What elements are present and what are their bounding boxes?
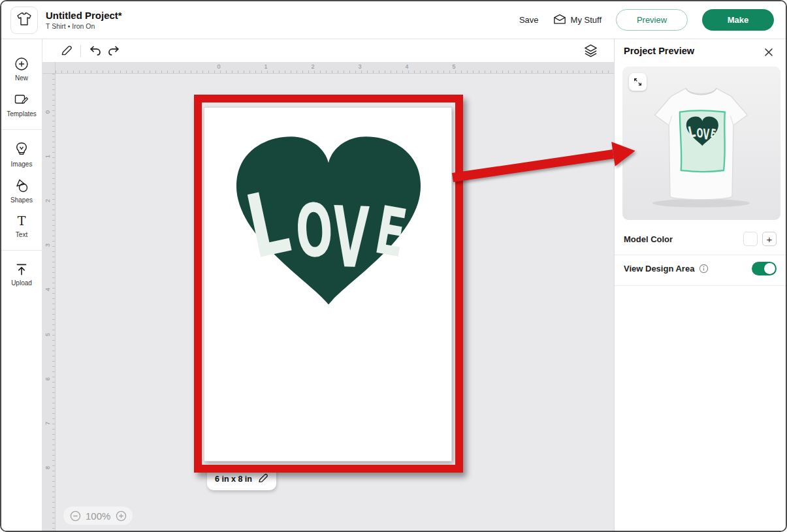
pencil-edit-icon[interactable] <box>57 42 75 60</box>
view-design-area-label: View Design Area <box>624 264 694 274</box>
sidebar-label-upload: Upload <box>11 279 32 287</box>
sidebar-divider <box>1 129 42 130</box>
undo-icon[interactable] <box>86 42 104 60</box>
ruler-number: 4 <box>405 63 408 70</box>
panel-title: Project Preview <box>624 46 694 56</box>
tshirt-mockup <box>634 72 768 215</box>
zoom-level: 100% <box>86 510 110 522</box>
sidebar-divider <box>1 250 42 251</box>
preview-button[interactable]: Preview <box>616 9 688 31</box>
templates-icon <box>14 92 29 108</box>
ruler-number: 5 <box>452 63 455 70</box>
zoom-out-icon[interactable] <box>69 510 81 522</box>
project-subtitle: T Shirt • Iron On <box>46 22 122 30</box>
images-lightbulb-icon <box>14 142 29 158</box>
model-color-row: Model Color + <box>615 227 786 251</box>
new-plus-circle-icon <box>14 56 29 72</box>
design-canvas[interactable]: 6 in x 8 in 100% <box>56 74 614 531</box>
preview-image-card <box>622 67 780 220</box>
zoom-in-icon[interactable] <box>115 510 127 522</box>
sidebar-item-text[interactable]: T Text <box>1 209 42 243</box>
ruler-ticks <box>52 74 55 531</box>
divider <box>615 285 786 286</box>
vertical-ruler: 0 1 2 3 4 5 6 7 8 <box>42 74 56 531</box>
sidebar-label-text: Text <box>16 231 27 238</box>
project-type-button[interactable] <box>10 7 38 34</box>
sidebar-label-new: New <box>15 74 28 82</box>
sidebar-item-shapes[interactable]: Shapes <box>1 173 42 209</box>
header: Untitled Project* T Shirt • Iron On Save… <box>1 1 786 39</box>
save-button[interactable]: Save <box>519 15 539 25</box>
view-design-area-toggle[interactable] <box>752 262 777 275</box>
sidebar-item-images[interactable]: Images <box>1 136 42 173</box>
sidebar: New Templates Images Shapes T Text <box>1 39 42 531</box>
ruler-number: 7 <box>44 417 51 425</box>
sidebar-label-shapes: Shapes <box>10 196 33 204</box>
ruler-number: 2 <box>44 195 51 202</box>
add-model-color-button[interactable]: + <box>762 232 777 246</box>
model-color-swatch-white[interactable] <box>743 232 758 246</box>
my-stuff-envelope-icon <box>553 14 566 27</box>
layers-icon[interactable] <box>581 42 600 60</box>
size-text: 6 in x 8 in <box>215 475 252 484</box>
toolbar-divider <box>80 45 81 57</box>
horizontal-ruler: 0 1 2 3 4 5 <box>56 62 614 74</box>
love-heart-design[interactable] <box>227 131 430 309</box>
sidebar-label-images: Images <box>11 161 33 168</box>
ruler-ticks <box>56 70 614 73</box>
tshirt-icon <box>16 12 32 29</box>
ruler-number: 1 <box>44 150 51 158</box>
canvas-toolbar <box>42 39 614 62</box>
ruler-number: 0 <box>44 106 51 114</box>
info-icon[interactable] <box>699 264 709 274</box>
close-icon[interactable] <box>762 46 775 59</box>
sidebar-label-templates: Templates <box>7 110 37 117</box>
shapes-icon <box>14 178 29 194</box>
ruler-number: 2 <box>311 63 314 70</box>
zoom-control: 100% <box>63 507 133 525</box>
text-icon: T <box>14 214 29 228</box>
ruler-number: 1 <box>264 63 267 70</box>
my-stuff-button[interactable]: My Stuff <box>553 14 602 27</box>
upload-icon <box>14 262 29 277</box>
ruler-number: 3 <box>44 239 51 247</box>
toggle-knob <box>764 263 775 274</box>
title-block: Untitled Project* T Shirt • Iron On <box>46 10 122 30</box>
ruler-number: 5 <box>44 328 51 336</box>
ruler-number: 6 <box>44 373 51 381</box>
expand-icon[interactable] <box>629 73 647 91</box>
make-button[interactable]: Make <box>702 9 774 31</box>
model-color-label: Model Color <box>624 234 673 244</box>
ruler-number: 4 <box>44 283 51 291</box>
my-stuff-label: My Stuff <box>571 15 602 25</box>
sidebar-item-new[interactable]: New <box>1 51 42 87</box>
app-window: L O V E Untitled Project* T Shirt • Iron… <box>0 0 787 532</box>
sidebar-item-upload[interactable]: Upload <box>1 257 42 292</box>
project-preview-panel: Project Preview Model Color + <box>614 39 786 531</box>
sidebar-item-templates[interactable]: Templates <box>1 87 42 123</box>
redo-icon[interactable] <box>104 42 123 60</box>
project-title: Untitled Project* <box>46 10 122 21</box>
canvas-size-label[interactable]: 6 in x 8 in <box>207 468 276 490</box>
ruler-number: 0 <box>217 63 220 70</box>
ruler-corner <box>42 62 56 74</box>
view-design-area-row: View Design Area <box>615 255 786 281</box>
svg-text:T: T <box>18 213 26 228</box>
edit-size-pencil-icon <box>257 473 268 486</box>
ruler-number: 3 <box>358 63 361 70</box>
ruler-number: 8 <box>44 462 51 469</box>
canvas-mat-page[interactable] <box>204 107 452 462</box>
